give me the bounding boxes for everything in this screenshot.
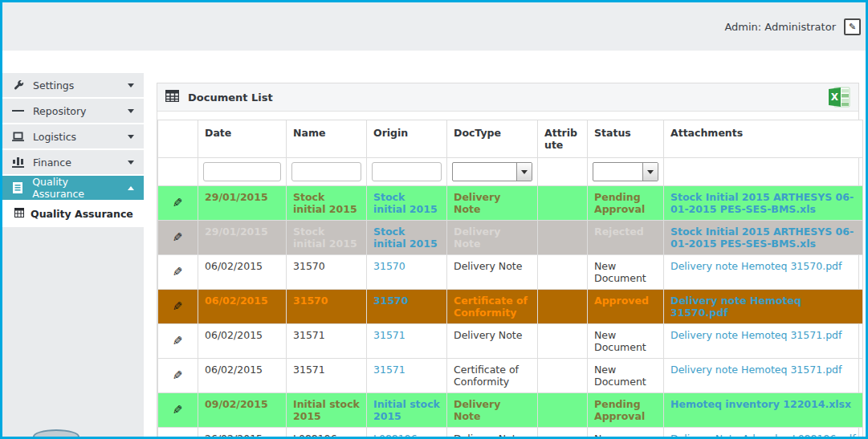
corner-widget[interactable]	[33, 429, 79, 439]
laptop-icon	[12, 131, 24, 142]
cell-attachment: Delivery note Hemoteq 31570.pdf	[664, 255, 863, 290]
sidebar-item-repository[interactable]: Repository	[2, 99, 144, 123]
sidebar-filler	[2, 227, 144, 437]
cell-edit: ✎	[158, 393, 198, 428]
cell-status: New Document	[588, 428, 664, 437]
cell-attribute	[538, 221, 588, 255]
attachment-link[interactable]: Delivery note Hemoteq 31571.pdf	[670, 364, 842, 376]
main-content: Document List X Date Name	[144, 51, 866, 437]
cell-status: New Document	[588, 255, 664, 290]
sidebar-item-finance[interactable]: Finance	[2, 150, 144, 174]
chevron-down-icon	[128, 83, 134, 87]
table-row: ✎06/02/20153157031570Certificate of Conf…	[158, 290, 863, 324]
cell-date: 29/01/2015	[198, 221, 287, 255]
topbar: Admin: Administrator ✎	[2, 2, 866, 51]
cell-date: 06/02/2015	[198, 324, 287, 359]
origin-link[interactable]: Initial stock 2015	[373, 398, 440, 422]
cell-attribute	[538, 393, 588, 428]
origin-link[interactable]: Stock initial 2015	[373, 191, 438, 215]
origin-link[interactable]: 31570	[373, 295, 409, 307]
cell-edit: ✎	[158, 255, 198, 290]
edit-row-icon[interactable]: ✎	[173, 197, 183, 209]
cell-status: Rejected	[588, 221, 664, 255]
sidebar-item-label: Quality Assurance	[32, 176, 119, 200]
origin-link[interactable]: Stock initial 2015	[373, 226, 438, 250]
bar-chart-icon	[12, 156, 24, 168]
attachment-link[interactable]: Delivery note Hemoteq 31570.pdf	[670, 260, 842, 272]
logged-in-user-label: Admin: Administrator	[724, 21, 836, 33]
excel-export-icon[interactable]: X	[828, 86, 850, 108]
doctype-filter-select[interactable]	[452, 162, 532, 181]
edit-row-icon[interactable]: ✎	[173, 232, 183, 244]
cell-name: 31571	[287, 324, 367, 359]
col-header-origin: Origin	[367, 120, 447, 158]
cell-attribute	[538, 255, 588, 290]
origin-filter-input[interactable]	[372, 162, 442, 181]
cell-attachment: Delivery note Hemoteq 31571.pdf	[664, 324, 863, 359]
cell-name: L088196	[287, 428, 367, 437]
sidebar-item-settings[interactable]: Settings	[2, 73, 144, 97]
cell-name: Initial stock 2015	[287, 393, 367, 428]
cell-date: 06/02/2015	[198, 290, 287, 324]
sidebar-item-quality-assurance[interactable]: Quality Assurance	[2, 176, 144, 200]
cell-date: 09/02/2015	[198, 393, 287, 428]
table-header-row: Date Name Origin DocType Attribute Statu…	[158, 120, 863, 158]
cell-attachment: Delivery note Hemoteq 31570.pdf	[664, 290, 863, 324]
table-row: ✎06/02/20153157031570Delivery NoteNew Do…	[158, 255, 863, 290]
cell-name: Stock initial 2015	[287, 221, 367, 255]
edit-icon[interactable]: ✎	[844, 18, 861, 35]
col-header-attachments: Attachments	[664, 120, 863, 158]
table-body: ✎29/01/2015Stock initial 2015Stock initi…	[158, 186, 863, 437]
status-filter-select[interactable]	[593, 162, 658, 181]
edit-row-icon[interactable]: ✎	[173, 370, 183, 382]
date-filter-input[interactable]	[203, 162, 281, 181]
chevron-down-icon	[128, 109, 134, 113]
attachment-link[interactable]: Delivery note Hemoteq 31570.pdf	[670, 295, 801, 319]
cell-origin: Stock initial 2015	[367, 221, 447, 255]
filter-row	[158, 158, 863, 186]
cell-origin: 31570	[367, 255, 447, 290]
cell-doctype: Delivery Note	[447, 324, 538, 359]
cell-name: 31571	[287, 359, 367, 393]
cell-origin: 31570	[367, 290, 447, 324]
attachment-link[interactable]: Stock Initial 2015 ARTHESYS 06-01-2015 P…	[670, 226, 854, 250]
attachment-link[interactable]: Hemoteq inventory 122014.xlsx	[670, 398, 851, 410]
cell-date: 29/01/2015	[198, 186, 287, 221]
cell-attachment: Stock Initial 2015 ARTHESYS 06-01-2015 P…	[664, 186, 863, 221]
dropdown-arrow-icon[interactable]	[642, 163, 658, 181]
col-header-attribute: Attribute	[538, 120, 588, 158]
document-icon	[12, 182, 23, 193]
col-header-edit	[158, 120, 198, 158]
sidebar-subitem-label: Quality Assurance	[31, 208, 133, 220]
edit-row-icon[interactable]: ✎	[173, 335, 183, 348]
cell-origin: L088196	[367, 428, 447, 437]
origin-link[interactable]: 31571	[373, 364, 405, 376]
cell-attachment: Delivery Note Admedes L088196.pdf	[664, 428, 863, 437]
dropdown-arrow-icon[interactable]	[516, 163, 532, 181]
attachment-link[interactable]: Stock Initial 2015 ARTHESYS 06-01-2015 P…	[670, 191, 854, 215]
cell-doctype: Delivery Note	[447, 221, 538, 255]
edit-row-icon[interactable]: ✎	[173, 404, 183, 417]
name-filter-input[interactable]	[291, 162, 361, 181]
edit-row-icon[interactable]: ✎	[173, 266, 183, 278]
sidebar-subitem-quality-assurance[interactable]: Quality Assurance	[2, 201, 144, 226]
origin-link[interactable]: 31570	[373, 260, 405, 272]
cell-status: New Document	[588, 324, 664, 359]
edit-row-icon[interactable]: ✎	[173, 301, 183, 313]
cell-date: 06/02/2015	[198, 255, 287, 290]
cell-attribute	[538, 324, 588, 359]
cell-date: 26/02/2015	[198, 428, 287, 437]
cell-edit: ✎	[158, 221, 198, 255]
origin-link[interactable]: L088196	[373, 433, 418, 437]
sidebar-item-logistics[interactable]: Logistics	[2, 124, 144, 148]
panel-header: Document List X	[157, 83, 858, 112]
col-header-status: Status	[588, 120, 664, 158]
attachment-link[interactable]: Delivery Note Admedes L088196.pdf	[670, 433, 856, 437]
table-row: ✎29/01/2015Stock initial 2015Stock initi…	[158, 186, 863, 221]
cell-origin: Stock initial 2015	[367, 186, 447, 221]
cell-attribute	[538, 359, 588, 393]
attachment-link[interactable]: Delivery note Hemoteq 31571.pdf	[670, 329, 842, 341]
cell-status: Approved	[588, 290, 664, 324]
origin-link[interactable]: 31571	[373, 329, 405, 341]
cell-doctype: Delivery Note	[447, 428, 538, 437]
